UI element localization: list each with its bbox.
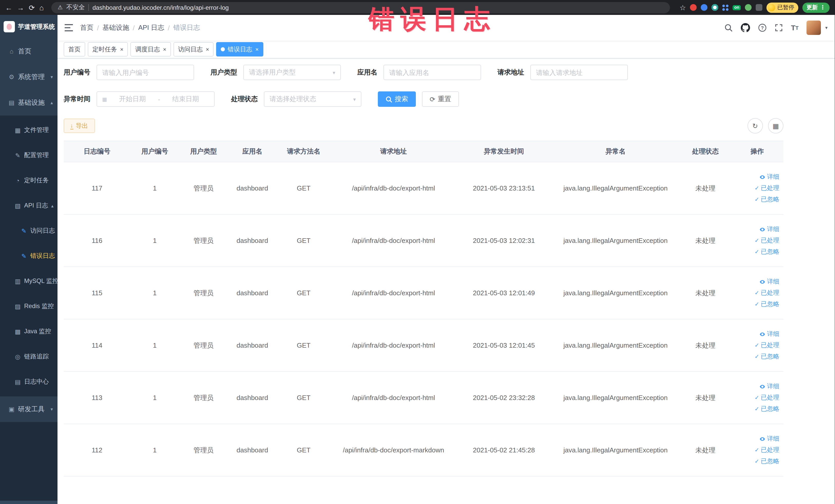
reset-button[interactable]: ⟳ 重置 <box>422 92 459 107</box>
search-icon[interactable] <box>725 24 733 32</box>
mark-ignored-link[interactable]: ✓已忽略 <box>755 405 779 414</box>
mark-processed-link[interactable]: ✓已处理 <box>755 288 779 297</box>
toggle-columns-button[interactable]: ▦ <box>768 118 783 134</box>
extension-icon-teal[interactable] <box>712 4 718 11</box>
sidebar-item-dev-tools[interactable]: ▣ 研发工具 ▾ <box>0 397 58 422</box>
detail-link[interactable]: 详细 <box>759 277 779 286</box>
sidebar-item-trace[interactable]: ◎ 链路追踪 <box>0 344 58 369</box>
close-icon[interactable]: × <box>206 46 209 52</box>
mark-ignored-link[interactable]: ✓已忽略 <box>755 352 779 361</box>
log-id-cell: 116 <box>64 237 130 244</box>
sidebar-item-java-monitor[interactable]: ▩ Java 监控 <box>0 319 58 344</box>
sidebar-item-access-log[interactable]: ✎ 访问日志 <box>0 218 58 243</box>
row-actions: 详细 ✓已处理 ✓已忽略 <box>731 330 783 361</box>
detail-link[interactable]: 详细 <box>759 435 779 443</box>
log-id-cell: 115 <box>64 289 130 297</box>
tag-access-log[interactable]: 访问日志 × <box>174 42 214 57</box>
kebab-menu-icon: ⋮ <box>820 4 826 11</box>
extension-icon-red[interactable] <box>690 4 697 11</box>
sidebar-item-system-management[interactable]: ⚙ 系统管理 ▾ <box>0 64 58 90</box>
extension-icon-grid[interactable] <box>722 4 729 11</box>
sidebar-item-infrastructure[interactable]: ▤ 基础设施 ▴ <box>0 90 58 116</box>
infrastructure-icon: ▤ <box>8 99 15 106</box>
active-dot <box>221 47 225 52</box>
chevron-down-icon: ▾ <box>50 407 53 412</box>
java-icon: ▩ <box>14 328 21 335</box>
sidebar-item-config-management[interactable]: ✎ 配置管理 <box>0 143 58 168</box>
sidebar-item-scheduled-jobs[interactable]: ◔ 定时任务 <box>0 168 58 193</box>
font-size-icon[interactable]: TT <box>791 24 798 32</box>
breadcrumb-infrastructure[interactable]: 基础设施 <box>102 23 129 32</box>
help-icon[interactable]: ? <box>758 24 767 32</box>
tag-home[interactable]: 首页 <box>64 42 85 57</box>
sidebar-item-log-center[interactable]: ▤ 日志中心 <box>0 369 58 395</box>
mark-processed-link[interactable]: ✓已处理 <box>755 184 779 193</box>
export-button[interactable]: ↓ 导出 <box>64 119 95 133</box>
redis-icon: ▨ <box>14 303 21 310</box>
hamburger-icon[interactable] <box>65 24 73 31</box>
bookmark-star-icon[interactable]: ☆ <box>679 4 686 11</box>
mark-processed-link[interactable]: ✓已处理 <box>755 446 779 455</box>
tag-schedule-log[interactable]: 调度日志 × <box>131 42 171 57</box>
refresh-table-button[interactable]: ↻ <box>748 118 763 134</box>
sidebar-item-api-log[interactable]: ▧ API 日志 ▴ <box>0 193 58 218</box>
detail-link[interactable]: 详细 <box>759 330 779 338</box>
divider <box>88 4 89 11</box>
mark-ignored-link[interactable]: ✓已忽略 <box>755 457 779 466</box>
close-icon[interactable]: × <box>163 46 166 52</box>
reload-icon[interactable]: ⟳ <box>29 4 35 11</box>
mark-processed-link[interactable]: ✓已处理 <box>755 341 779 350</box>
back-icon[interactable]: ← <box>5 4 12 11</box>
extensions-puzzle-icon[interactable] <box>756 4 762 11</box>
tools-icon: ▣ <box>8 406 15 413</box>
app-logo[interactable]: 芋道管理系统 <box>0 15 58 39</box>
detail-link[interactable]: 详细 <box>759 382 779 391</box>
sidebar-item-home[interactable]: ⌂ 首页 <box>0 39 58 64</box>
detail-link[interactable]: 详细 <box>759 225 779 234</box>
column-header: 处理状态 <box>680 147 731 156</box>
mark-ignored-link[interactable]: ✓已忽略 <box>755 195 779 204</box>
extension-icon-blue[interactable] <box>701 4 708 11</box>
mark-ignored-link[interactable]: ✓已忽略 <box>755 247 779 256</box>
home-icon[interactable]: ⌂ <box>39 4 44 11</box>
user-avatar[interactable] <box>807 21 821 35</box>
browser-update-button[interactable]: 更新 ⋮ <box>802 2 830 13</box>
table-row: 113 1 管理员 dashboard GET /api/infra/db-do… <box>64 372 783 424</box>
breadcrumb-home[interactable]: 首页 <box>80 23 94 32</box>
table-row: 116 1 管理员 dashboard GET /api/infra/db-do… <box>64 215 783 267</box>
search-button[interactable]: 搜索 <box>378 92 416 107</box>
mark-ignored-link[interactable]: ✓已忽略 <box>755 300 779 309</box>
row-actions: 详细 ✓已处理 ✓已忽略 <box>731 382 783 414</box>
request-url-input[interactable] <box>530 65 628 80</box>
app-name-input[interactable] <box>384 65 481 80</box>
detail-link[interactable]: 详细 <box>759 173 779 181</box>
tag-scheduled-jobs[interactable]: 定时任务 × <box>88 42 128 57</box>
github-icon[interactable] <box>741 23 750 32</box>
svg-text:?: ? <box>761 25 763 31</box>
date-range-picker[interactable]: ▦ 开始日期 - 结束日期 <box>97 92 215 107</box>
fullscreen-icon[interactable] <box>775 24 783 32</box>
mark-processed-link[interactable]: ✓已处理 <box>755 394 779 402</box>
mark-processed-link[interactable]: ✓已处理 <box>755 236 779 245</box>
chevron-down-icon[interactable]: ▾ <box>825 25 828 30</box>
sidebar-item-file-management[interactable]: ▦ 文件管理 <box>0 118 58 143</box>
close-icon[interactable]: × <box>256 46 259 52</box>
close-icon[interactable]: × <box>120 46 123 52</box>
browser-chrome: ← → ⟳ ⌂ ⚠ 不安全 dashboard.yudao.iocoder.cn… <box>0 0 835 15</box>
user-type-select[interactable]: 请选择用户类型 ▾ <box>243 65 341 80</box>
extension-icon-on-badge[interactable]: on <box>733 5 741 10</box>
app-title: 芋道管理系统 <box>18 22 55 31</box>
profile-sync-paused-badge[interactable]: 已暂停 <box>767 2 798 13</box>
extension-icon-green[interactable] <box>745 4 752 11</box>
sidebar-item-mysql-monitor[interactable]: ▥ MySQL 监控 <box>0 268 58 294</box>
address-bar[interactable]: ⚠ 不安全 dashboard.yudao.iocoder.cn/infra/l… <box>51 2 670 13</box>
chevron-down-icon: ▾ <box>50 75 53 80</box>
forward-icon[interactable]: → <box>17 4 24 11</box>
breadcrumb-api-log[interactable]: API 日志 <box>138 23 164 32</box>
process-status-select[interactable]: 请选择处理状态 ▾ <box>264 92 361 107</box>
sidebar-item-error-log[interactable]: ✎ 错误日志 <box>0 243 58 268</box>
user-id-input[interactable] <box>97 65 194 80</box>
check-icon: ✓ <box>755 447 759 453</box>
tag-error-log[interactable]: 错误日志 × <box>217 42 263 57</box>
sidebar-item-redis-monitor[interactable]: ▨ Redis 监控 <box>0 294 58 319</box>
